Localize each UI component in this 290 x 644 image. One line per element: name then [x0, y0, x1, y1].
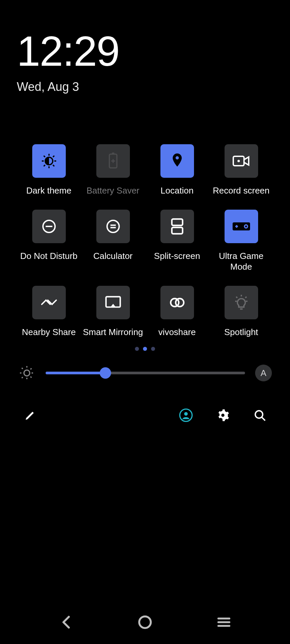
auto-brightness-toggle[interactable]: A — [255, 365, 272, 381]
user-button[interactable] — [176, 405, 196, 425]
clock-date: Wed, Aug 3 — [17, 80, 273, 94]
tile-smart-mirror-label: Smart Mirroring — [83, 327, 143, 338]
tile-calculator-label: Calculator — [93, 251, 133, 262]
svg-line-6 — [53, 165, 54, 166]
tile-calculator[interactable]: Calculator — [81, 210, 145, 272]
circle-icon — [137, 614, 153, 630]
tile-dark-theme[interactable]: Dark theme — [17, 144, 81, 196]
nav-recents-button[interactable] — [204, 612, 244, 632]
nearby-share-icon — [40, 297, 58, 309]
gear-icon — [216, 409, 229, 422]
panel-toolbar — [17, 405, 273, 425]
svg-rect-10 — [112, 153, 114, 154]
svg-point-50 — [139, 616, 151, 628]
pager-dot-2 — [151, 347, 155, 351]
svg-line-33 — [245, 297, 246, 298]
svg-line-7 — [44, 165, 45, 166]
calculator-icon — [105, 218, 121, 234]
tile-dnd-label: Do Not Disturb — [20, 251, 78, 262]
user-avatar-icon — [179, 409, 193, 422]
tile-vivoshare-label: vivoshare — [158, 327, 196, 338]
svg-point-48 — [255, 411, 263, 418]
svg-point-13 — [176, 156, 179, 160]
brightness-control: A — [17, 364, 273, 382]
system-nav-bar — [0, 604, 290, 644]
quick-settings-grid: Dark theme Battery Saver — [17, 144, 273, 337]
tile-record-screen-label: Record screen — [213, 185, 270, 196]
svg-line-8 — [53, 156, 54, 157]
settings-button[interactable] — [213, 405, 233, 425]
svg-point-47 — [221, 414, 225, 417]
svg-point-36 — [24, 370, 30, 376]
brightness-thumb[interactable] — [100, 367, 111, 379]
tile-split-screen-label: Split-screen — [154, 251, 200, 262]
search-icon — [253, 409, 266, 422]
tile-split-screen-box — [160, 210, 194, 243]
tile-location-box — [160, 144, 194, 178]
tile-spotlight-label: Spotlight — [224, 327, 258, 338]
tile-spotlight-box — [225, 286, 258, 319]
svg-point-46 — [184, 412, 188, 416]
tile-smart-mirror-box — [96, 286, 130, 319]
tile-ultra-game-label: Ultra Game Mode — [211, 251, 272, 272]
tile-dark-theme-box — [32, 144, 66, 178]
svg-line-41 — [22, 368, 23, 369]
svg-point-29 — [176, 298, 184, 306]
page-indicator — [17, 347, 273, 351]
cast-icon — [104, 295, 122, 310]
dnd-icon — [41, 218, 57, 234]
location-pin-icon — [170, 152, 185, 170]
tile-smart-mirroring[interactable]: Smart Mirroring — [81, 286, 145, 338]
pager-dot-1 — [143, 347, 147, 351]
svg-line-32 — [236, 297, 237, 298]
video-camera-icon — [232, 154, 251, 168]
clock-time: 12:29 — [17, 30, 273, 72]
nav-home-button[interactable] — [125, 612, 165, 632]
gamepad-icon — [231, 220, 251, 233]
brightness-slider[interactable] — [46, 372, 245, 374]
svg-line-43 — [22, 377, 23, 378]
tile-battery-saver-label: Battery Saver — [87, 185, 140, 196]
tile-battery-saver[interactable]: Battery Saver — [81, 144, 145, 196]
pencil-icon — [24, 409, 36, 421]
brightness-fill — [46, 372, 105, 374]
tile-do-not-disturb[interactable]: Do Not Disturb — [17, 210, 81, 272]
tile-vivoshare-box — [160, 286, 194, 319]
battery-icon — [105, 152, 121, 170]
dark-theme-icon — [40, 152, 58, 170]
svg-line-5 — [44, 156, 45, 157]
pager-dot-0 — [135, 347, 139, 351]
tile-nearby-share[interactable]: Nearby Share — [17, 286, 81, 338]
svg-line-49 — [262, 417, 265, 421]
svg-point-15 — [237, 160, 240, 162]
svg-line-44 — [31, 368, 32, 369]
tile-dnd-box — [32, 210, 66, 243]
svg-line-42 — [31, 377, 32, 378]
tile-spotlight[interactable]: Spotlight — [209, 286, 273, 338]
tile-record-screen[interactable]: Record screen — [209, 144, 273, 196]
edit-button[interactable] — [20, 405, 40, 425]
tile-dark-theme-label: Dark theme — [26, 185, 71, 196]
tile-ultra-game-box — [225, 210, 258, 243]
tile-location-label: Location — [160, 185, 193, 196]
svg-point-18 — [107, 220, 119, 232]
lightbulb-icon — [233, 293, 249, 312]
svg-rect-22 — [172, 227, 183, 234]
nav-back-button[interactable] — [46, 612, 86, 632]
tile-nearby-share-label: Nearby Share — [22, 327, 76, 338]
search-button[interactable] — [250, 405, 270, 425]
tile-vivoshare[interactable]: vivoshare — [145, 286, 209, 338]
tile-calculator-box — [96, 210, 130, 243]
tile-location[interactable]: Location — [145, 144, 209, 196]
tile-split-screen[interactable]: Split-screen — [145, 210, 209, 272]
tile-record-screen-box — [225, 144, 258, 178]
tile-battery-saver-box — [96, 144, 130, 178]
tile-ultra-game-mode[interactable]: Ultra Game Mode — [209, 210, 273, 272]
svg-rect-21 — [172, 219, 183, 225]
status-header: 12:29 Wed, Aug 3 — [17, 0, 273, 94]
menu-bars-icon — [216, 616, 231, 628]
brightness-icon — [18, 364, 36, 382]
vivoshare-icon — [168, 296, 186, 309]
split-screen-icon — [170, 218, 185, 235]
chevron-left-icon — [59, 614, 73, 630]
